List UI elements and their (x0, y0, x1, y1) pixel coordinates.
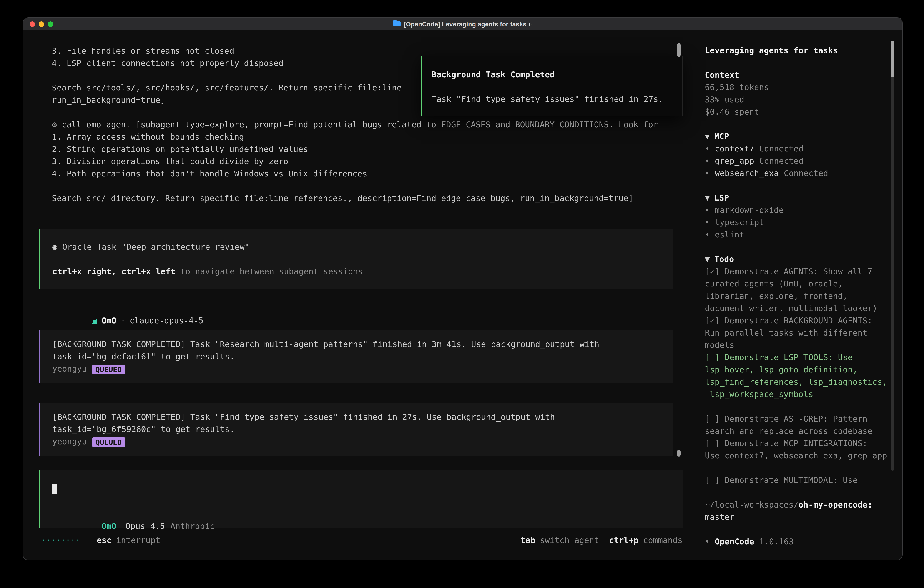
message-block: [BACKGROUND TASK COMPLETED] Task "Resear… (39, 330, 673, 383)
spacer (705, 523, 902, 535)
mcp-status: Connected (784, 168, 828, 178)
mcp-item: •websearch_exaConnected (705, 167, 902, 179)
bullet-icon: • (705, 144, 710, 153)
agent-model: claude-opus-4-5 (130, 315, 203, 325)
version-line: •OpenCode1.0.163 (705, 535, 902, 548)
workspace-path-prefix: ~/local-workspaces/ (705, 500, 799, 509)
tool-call-line: 2. String operations on potentially unde… (52, 143, 687, 155)
spacer (52, 253, 673, 265)
todo-item: [ ] Demonstrate AST-GREP: Pattern search… (705, 413, 902, 437)
mcp-name: websearch_exa (715, 168, 779, 178)
spacer (705, 486, 902, 499)
todo-line: [ ] Demonstrate AST-GREP: Pattern (705, 413, 902, 425)
mcp-status: Connected (759, 144, 804, 153)
mcp-item: •grep_appConnected (705, 155, 902, 167)
todo-item: [✓] Demonstrate AGENTS: Show all 7 curat… (705, 265, 902, 314)
background-task-toast: Background Task Completed Task "Find typ… (421, 56, 683, 116)
todo-item: [ ] Demonstrate MCP INTEGRATIONS: Use co… (705, 437, 902, 462)
commands-key-hint: ctrl+p (609, 535, 639, 545)
toast-body: Task "Find type safety issues" finished … (432, 93, 682, 105)
mcp-name: grep_app (715, 156, 754, 165)
window-title-text: [OpenCode] Leveraging agents for tasks ◐ (404, 20, 532, 28)
message-author: yeongyu (52, 436, 87, 446)
zoom-button[interactable] (48, 21, 53, 27)
tool-call-line: 4. Path operations that don't handle Win… (52, 167, 687, 180)
todo-line: [✓] Demonstrate AGENTS: Show all 7 (705, 265, 902, 277)
collapse-triangle-icon: ▼ (705, 254, 710, 264)
lsp-name: typescript (715, 217, 764, 227)
spacer (705, 56, 902, 69)
mcp-heading-text: MCP (714, 131, 729, 141)
minimize-button[interactable] (39, 21, 44, 27)
titlebar: [OpenCode] Leveraging agents for tasks ◐ (23, 18, 902, 30)
lsp-item: •typescript (705, 216, 902, 228)
todo-item: [ ] Demonstrate LSP TOOLS: Use lsp_hover… (705, 351, 902, 400)
tab-key-hint: tab (520, 535, 535, 545)
oracle-task-hint: ctrl+x right, ctrl+x left to navigate be… (52, 265, 673, 277)
oracle-task-title: ◉Oracle Task "Deep architecture review" (52, 241, 673, 253)
todo-line: librarian, explore, frontend, (705, 290, 902, 302)
tool-call-line: Search src/ directory. Return specific f… (52, 192, 687, 204)
todo-heading-text: Todo (714, 254, 734, 264)
input-provider: Anthropic (170, 521, 214, 531)
message-block: [BACKGROUND TASK COMPLETED] Task "Find t… (39, 403, 673, 456)
lsp-item: •markdown-oxide (705, 204, 902, 216)
close-button[interactable] (30, 21, 35, 27)
workspace-path: ~/local-workspaces/oh-my-opencode: (705, 499, 902, 511)
mcp-status: Connected (759, 156, 804, 165)
todo-line: Run parallel tasks with different (705, 327, 902, 339)
tool-call-line (52, 180, 687, 192)
lsp-name: markdown-oxide (715, 205, 784, 215)
traffic-lights (30, 21, 53, 27)
lsp-name: eslint (715, 230, 744, 239)
tab-key-label: switch agent (540, 535, 599, 545)
hint-text: to navigate between subagent sessions (175, 266, 363, 276)
todo-line: [ ] Demonstrate MCP INTEGRATIONS: (705, 437, 902, 449)
context-heading: Context (705, 69, 902, 81)
separator-dot: · (120, 315, 125, 325)
window-title: [OpenCode] Leveraging agents for tasks ◐ (393, 20, 532, 28)
todo-line: Use context7, websearch_exa, grep_app (705, 449, 902, 462)
gear-icon: ⚙ (52, 120, 57, 129)
message-meta: yeongyuQUEUED (52, 362, 673, 375)
app-name: OpenCode (715, 537, 754, 546)
tool-call-line: 1. Array access without bounds checking (52, 130, 687, 143)
folder-icon (393, 21, 401, 26)
main-scrollbar-thumb[interactable] (677, 450, 681, 457)
message-author: yeongyu (52, 364, 87, 373)
todo-line: lsp_workspace_symbols (705, 388, 902, 400)
spacer (432, 81, 682, 93)
terminal-window: [OpenCode] Leveraging agents for tasks ◐… (23, 17, 903, 560)
lsp-heading-text: LSP (714, 193, 729, 202)
prompt-input[interactable]: OmOOpus 4.5Anthropic (39, 470, 683, 529)
oracle-task-title-text: Oracle Task "Deep architecture review" (62, 242, 250, 251)
bullet-icon: • (705, 217, 710, 227)
agent-name: OmO (102, 315, 116, 325)
commands-key-label: commands (643, 535, 683, 545)
todo-line: document-writer, multimodal-looker) (705, 302, 902, 314)
input-meta: OmOOpus 4.5Anthropic (52, 507, 683, 520)
sidebar-scrollbar-thumb[interactable] (891, 41, 894, 77)
app-version: 1.0.163 (759, 537, 794, 546)
bullet-icon: • (705, 168, 710, 178)
mcp-name: context7 (715, 144, 754, 153)
todo-line: [ ] Demonstrate MULTIMODAL: Use (705, 474, 902, 486)
status-badge: QUEUED (92, 365, 125, 374)
toast-title: Background Task Completed (432, 68, 682, 81)
todo-line: lsp_hover, lsp_goto_definition, (705, 363, 902, 376)
todo-heading: ▼Todo (705, 253, 902, 265)
main-scrollbar-thumb[interactable] (677, 43, 681, 57)
bullet-icon: • (705, 205, 710, 215)
collapse-triangle-icon: ▼ (705, 193, 710, 202)
todo-line: [✓] Demonstrate BACKGROUND AGENTS: (705, 314, 902, 327)
agent-square-icon: ▣ (92, 315, 97, 325)
todo-line: search and replace across codebase (705, 425, 902, 437)
sidebar-scrollbar-track[interactable] (891, 41, 894, 471)
bullet-icon: • (705, 230, 710, 239)
context-used: 33% used (705, 93, 902, 106)
esc-key-hint: esc (97, 535, 111, 545)
desktop: [OpenCode] Leveraging agents for tasks ◐… (0, 0, 924, 588)
message-line: task_id="bg_6f59260c" to get results. (52, 423, 673, 435)
lsp-heading: ▼LSP (705, 192, 902, 204)
message-line: [BACKGROUND TASK COMPLETED] Task "Find t… (52, 411, 673, 423)
